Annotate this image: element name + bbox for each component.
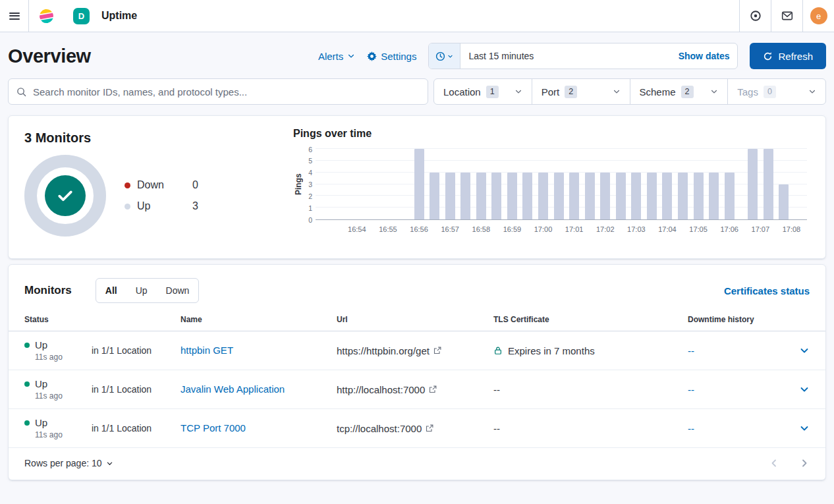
filter-port-button[interactable]: Port 2 (532, 79, 630, 104)
filter-location-button[interactable]: Location 1 (434, 79, 532, 104)
expand-row-button[interactable] (799, 423, 810, 434)
status-filter-all[interactable]: All (96, 279, 126, 302)
location-cell: in 1/1 Location (92, 423, 181, 434)
lock-icon (493, 346, 503, 355)
pings-bar (647, 173, 657, 219)
app-title: Uptime (101, 10, 137, 22)
pings-bar (460, 173, 470, 219)
pings-y-axis: 0123456 (304, 149, 316, 220)
filter-bar: Location 1 Port 2 Scheme 2 Tags 0 (8, 78, 826, 105)
pings-bar (445, 173, 455, 219)
downtime-cell: -- (688, 423, 780, 434)
chevron-down-icon (808, 88, 816, 96)
url-cell: tcp://localhost:7000 (337, 423, 493, 434)
last-check-time: 11s ago (24, 391, 92, 401)
pings-bar (662, 173, 672, 219)
tls-cell: -- (493, 384, 688, 395)
monitor-link[interactable]: httpbin GET (181, 345, 233, 356)
legend-down: Down 0 (125, 179, 198, 191)
pings-bar (631, 173, 641, 219)
space-badge[interactable]: D (73, 8, 90, 24)
pings-bar (779, 184, 789, 220)
location-cell: in 1/1 Location (92, 345, 181, 356)
monitor-url: http://localhost:7000 (337, 384, 425, 395)
status-label: Up (35, 339, 47, 350)
refresh-icon (763, 51, 773, 61)
column-header-downtime: Downtime history (688, 315, 780, 324)
cloud-icon (750, 10, 762, 22)
pagination-next-button[interactable] (799, 458, 810, 468)
column-header-url: Url (337, 315, 493, 324)
elastic-logo[interactable] (29, 8, 64, 24)
search-monitors-input[interactable] (32, 86, 420, 98)
legend-up: Up 3 (125, 200, 198, 212)
legend-down-label: Down (137, 179, 164, 191)
date-range-value[interactable]: Last 15 minutes (460, 51, 670, 61)
expand-row-button[interactable] (799, 345, 810, 356)
pings-bar (678, 173, 688, 219)
date-picker: Last 15 minutes Show dates (428, 43, 738, 69)
mail-icon (781, 10, 793, 22)
show-dates-button[interactable]: Show dates (671, 51, 738, 61)
page-header: Overview Alerts Settings (8, 32, 826, 78)
cloud-button[interactable] (739, 0, 771, 32)
newsfeed-button[interactable] (771, 0, 802, 32)
status-filter-down[interactable]: Down (157, 279, 199, 302)
filter-count-badge: 1 (486, 86, 499, 98)
external-link-icon[interactable] (426, 424, 433, 432)
name-cell: Javalin Web Application (181, 383, 337, 395)
search-box (8, 78, 428, 105)
monitors-header: Monitors All Up Down Certificates status (9, 278, 825, 303)
snapshot-panel: 3 Monitors Down 0 (8, 115, 826, 259)
location-cell: in 1/1 Location (92, 384, 181, 395)
rows-per-page-button[interactable]: Rows per page: 10 (24, 458, 113, 468)
filter-tags-button[interactable]: Tags 0 (728, 79, 825, 104)
monitor-link[interactable]: Javalin Web Application (181, 383, 285, 395)
monitors-table-header: Status Name Url TLS Certificate Downtime… (9, 315, 825, 331)
chevron-down-icon (106, 460, 113, 467)
table-row: Up 11s ago in 1/1 Location Javalin Web A… (9, 370, 825, 409)
name-cell: httpbin GET (181, 345, 337, 356)
certificates-status-link[interactable]: Certificates status (724, 285, 810, 296)
expand-row-button[interactable] (799, 384, 810, 395)
monitor-count-title: 3 Monitors (24, 130, 293, 146)
external-link-icon[interactable] (433, 347, 441, 354)
chevron-down-icon (514, 88, 522, 96)
search-icon (16, 87, 26, 97)
alerts-menu-button[interactable]: Alerts (318, 51, 355, 62)
pings-bar (694, 173, 704, 219)
user-menu-button[interactable]: e (802, 0, 834, 32)
menu-button[interactable] (0, 0, 29, 32)
chevron-down-icon (447, 53, 453, 59)
status-filter-up[interactable]: Up (126, 279, 157, 302)
pings-bar (600, 173, 610, 219)
pings-bar (522, 173, 532, 219)
external-link-icon[interactable] (429, 385, 437, 393)
date-quick-select-button[interactable] (429, 43, 460, 69)
check-icon (55, 186, 75, 206)
gear-icon (367, 51, 377, 61)
pagination-prev-icon (769, 458, 779, 468)
column-header-tls: TLS Certificate (493, 315, 688, 324)
alerts-label: Alerts (318, 51, 343, 62)
pings-y-axis-label: Pings (293, 149, 304, 220)
filter-label: Scheme (640, 86, 676, 98)
tls-expiry: Expires in 7 months (508, 345, 595, 356)
menu-icon (9, 11, 20, 21)
monitor-url: tcp://localhost:7000 (337, 423, 422, 434)
filter-label: Tags (737, 86, 758, 98)
settings-button[interactable]: Settings (367, 51, 416, 62)
refresh-button[interactable]: Refresh (750, 43, 826, 69)
last-check-time: 11s ago (24, 352, 92, 362)
rows-per-page-label: Rows per page: 10 (24, 458, 102, 468)
pings-bar (764, 149, 773, 219)
down-dot-icon (125, 182, 130, 188)
snapshot-donut (24, 155, 106, 237)
pagination-prev-button[interactable] (769, 458, 779, 468)
filter-count-badge: 0 (764, 86, 776, 98)
pings-chart: Pings over time Pings 0123456 16:5416:55… (293, 128, 807, 248)
filter-scheme-button[interactable]: Scheme 2 (630, 79, 729, 104)
top-navigation-bar: D Uptime e (0, 0, 834, 32)
pings-bar (491, 173, 501, 219)
monitor-link[interactable]: TCP Port 7000 (181, 422, 246, 434)
